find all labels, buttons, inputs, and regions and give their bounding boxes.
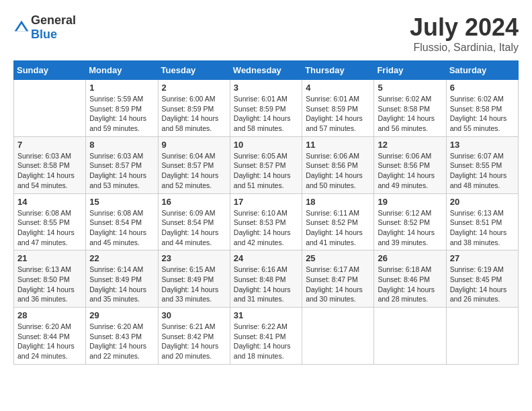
calendar-cell: 9Sunrise: 6:04 AMSunset: 8:57 PMDaylight… (158, 136, 230, 193)
day-number: 25 (306, 253, 370, 263)
calendar-table: SundayMondayTuesdayWednesdayThursdayFrid… (13, 60, 519, 365)
day-number: 13 (450, 140, 515, 150)
calendar-cell: 1Sunrise: 5:59 AMSunset: 8:59 PMDaylight… (86, 80, 158, 137)
cell-info: Sunrise: 6:03 AMSunset: 8:57 PMDaylight:… (89, 151, 154, 191)
calendar-cell: 4Sunrise: 6:01 AMSunset: 8:59 PMDaylight… (302, 80, 374, 137)
day-number: 28 (17, 310, 82, 320)
day-number: 14 (17, 197, 82, 207)
cell-info: Sunrise: 6:07 AMSunset: 8:55 PMDaylight:… (450, 151, 515, 191)
calendar-cell (302, 308, 374, 365)
calendar-cell: 3Sunrise: 6:01 AMSunset: 8:59 PMDaylight… (230, 80, 302, 137)
cell-info: Sunrise: 6:06 AMSunset: 8:56 PMDaylight:… (378, 151, 442, 191)
calendar-cell: 13Sunrise: 6:07 AMSunset: 8:55 PMDayligh… (446, 136, 518, 193)
day-number: 24 (234, 253, 298, 263)
calendar-cell: 27Sunrise: 6:19 AMSunset: 8:45 PMDayligh… (446, 250, 518, 308)
day-number: 17 (234, 197, 298, 207)
calendar-cell: 31Sunrise: 6:22 AMSunset: 8:41 PMDayligh… (230, 308, 302, 365)
cell-info: Sunrise: 6:06 AMSunset: 8:56 PMDaylight:… (306, 151, 370, 191)
day-number: 4 (306, 83, 370, 93)
calendar-week-row: 1Sunrise: 5:59 AMSunset: 8:59 PMDaylight… (14, 80, 519, 137)
day-number: 8 (89, 140, 154, 150)
cell-info: Sunrise: 6:03 AMSunset: 8:58 PMDaylight:… (17, 151, 82, 191)
cell-info: Sunrise: 6:22 AMSunset: 8:41 PMDaylight:… (234, 322, 298, 361)
calendar-cell: 5Sunrise: 6:02 AMSunset: 8:58 PMDaylight… (374, 80, 446, 137)
location-title: Flussio, Sardinia, Italy (410, 42, 519, 54)
header-thursday: Thursday (302, 61, 374, 80)
day-number: 7 (17, 140, 82, 150)
calendar-cell (14, 80, 86, 137)
header-saturday: Saturday (446, 61, 518, 80)
calendar-cell: 25Sunrise: 6:17 AMSunset: 8:47 PMDayligh… (302, 250, 374, 308)
cell-info: Sunrise: 6:17 AMSunset: 8:47 PMDaylight:… (306, 265, 370, 304)
calendar-cell: 12Sunrise: 6:06 AMSunset: 8:56 PMDayligh… (374, 136, 446, 193)
cell-info: Sunrise: 6:16 AMSunset: 8:48 PMDaylight:… (234, 265, 298, 304)
cell-info: Sunrise: 6:14 AMSunset: 8:49 PMDaylight:… (89, 265, 154, 304)
calendar-cell: 22Sunrise: 6:14 AMSunset: 8:49 PMDayligh… (86, 250, 158, 308)
day-number: 20 (450, 197, 515, 207)
cell-info: Sunrise: 6:01 AMSunset: 8:59 PMDaylight:… (306, 94, 370, 134)
calendar-cell: 2Sunrise: 6:00 AMSunset: 8:59 PMDaylight… (158, 80, 230, 137)
cell-info: Sunrise: 6:04 AMSunset: 8:57 PMDaylight:… (162, 151, 226, 191)
day-number: 26 (378, 253, 442, 263)
calendar-week-row: 7Sunrise: 6:03 AMSunset: 8:58 PMDaylight… (14, 136, 519, 193)
day-number: 5 (378, 83, 442, 93)
cell-info: Sunrise: 6:15 AMSunset: 8:49 PMDaylight:… (162, 265, 226, 304)
calendar-cell: 30Sunrise: 6:21 AMSunset: 8:42 PMDayligh… (158, 308, 230, 365)
calendar-cell: 8Sunrise: 6:03 AMSunset: 8:57 PMDaylight… (86, 136, 158, 193)
day-number: 15 (89, 197, 154, 207)
calendar-cell: 26Sunrise: 6:18 AMSunset: 8:46 PMDayligh… (374, 250, 446, 308)
calendar-cell: 23Sunrise: 6:15 AMSunset: 8:49 PMDayligh… (158, 250, 230, 308)
cell-info: Sunrise: 6:11 AMSunset: 8:52 PMDaylight:… (306, 208, 370, 248)
calendar-cell: 15Sunrise: 6:08 AMSunset: 8:54 PMDayligh… (86, 193, 158, 250)
cell-info: Sunrise: 6:13 AMSunset: 8:51 PMDaylight:… (450, 208, 515, 248)
day-number: 3 (234, 83, 298, 93)
day-number: 18 (306, 197, 370, 207)
day-number: 6 (450, 83, 515, 93)
calendar-week-row: 28Sunrise: 6:20 AMSunset: 8:44 PMDayligh… (14, 308, 519, 365)
day-number: 16 (162, 197, 226, 207)
cell-info: Sunrise: 6:19 AMSunset: 8:45 PMDaylight:… (450, 265, 515, 304)
logo-text-blue: Blue (31, 28, 57, 41)
header-friday: Friday (374, 61, 446, 80)
calendar-cell: 21Sunrise: 6:13 AMSunset: 8:50 PMDayligh… (14, 250, 86, 308)
cell-info: Sunrise: 6:08 AMSunset: 8:55 PMDaylight:… (17, 208, 82, 248)
day-number: 19 (378, 197, 442, 207)
calendar-cell: 29Sunrise: 6:20 AMSunset: 8:43 PMDayligh… (86, 308, 158, 365)
calendar-cell: 19Sunrise: 6:12 AMSunset: 8:52 PMDayligh… (374, 193, 446, 250)
calendar-cell: 16Sunrise: 6:09 AMSunset: 8:54 PMDayligh… (158, 193, 230, 250)
day-number: 21 (17, 253, 82, 263)
calendar-cell (446, 308, 518, 365)
cell-info: Sunrise: 6:12 AMSunset: 8:52 PMDaylight:… (378, 208, 442, 248)
day-number: 1 (89, 83, 154, 93)
cell-info: Sunrise: 6:13 AMSunset: 8:50 PMDaylight:… (17, 265, 82, 304)
header-monday: Monday (86, 61, 158, 80)
logo: General Blue (13, 13, 76, 42)
calendar-cell: 7Sunrise: 6:03 AMSunset: 8:58 PMDaylight… (14, 136, 86, 193)
day-number: 27 (450, 253, 515, 263)
calendar-cell: 20Sunrise: 6:13 AMSunset: 8:51 PMDayligh… (446, 193, 518, 250)
cell-info: Sunrise: 6:02 AMSunset: 8:58 PMDaylight:… (450, 94, 515, 134)
calendar-cell: 11Sunrise: 6:06 AMSunset: 8:56 PMDayligh… (302, 136, 374, 193)
header-sunday: Sunday (14, 61, 86, 80)
header-tuesday: Tuesday (158, 61, 230, 80)
cell-info: Sunrise: 6:02 AMSunset: 8:58 PMDaylight:… (378, 94, 442, 134)
calendar-header-row: SundayMondayTuesdayWednesdayThursdayFrid… (14, 61, 519, 80)
cell-info: Sunrise: 6:20 AMSunset: 8:43 PMDaylight:… (89, 322, 154, 361)
day-number: 29 (89, 310, 154, 320)
day-number: 12 (378, 140, 442, 150)
day-number: 22 (89, 253, 154, 263)
cell-info: Sunrise: 6:21 AMSunset: 8:42 PMDaylight:… (162, 322, 226, 361)
cell-info: Sunrise: 6:01 AMSunset: 8:59 PMDaylight:… (234, 94, 298, 134)
logo-icon (13, 19, 30, 36)
day-number: 31 (234, 310, 298, 320)
page-header: General Blue July 2024 Flussio, Sardinia… (13, 13, 519, 54)
calendar-cell: 14Sunrise: 6:08 AMSunset: 8:55 PMDayligh… (14, 193, 86, 250)
day-number: 9 (162, 140, 226, 150)
cell-info: Sunrise: 6:05 AMSunset: 8:57 PMDaylight:… (234, 151, 298, 191)
calendar-cell: 17Sunrise: 6:10 AMSunset: 8:53 PMDayligh… (230, 193, 302, 250)
cell-info: Sunrise: 6:09 AMSunset: 8:54 PMDaylight:… (162, 208, 226, 248)
cell-info: Sunrise: 6:08 AMSunset: 8:54 PMDaylight:… (89, 208, 154, 248)
cell-info: Sunrise: 6:20 AMSunset: 8:44 PMDaylight:… (17, 322, 82, 361)
cell-info: Sunrise: 6:10 AMSunset: 8:53 PMDaylight:… (234, 208, 298, 248)
cell-info: Sunrise: 6:18 AMSunset: 8:46 PMDaylight:… (378, 265, 442, 304)
